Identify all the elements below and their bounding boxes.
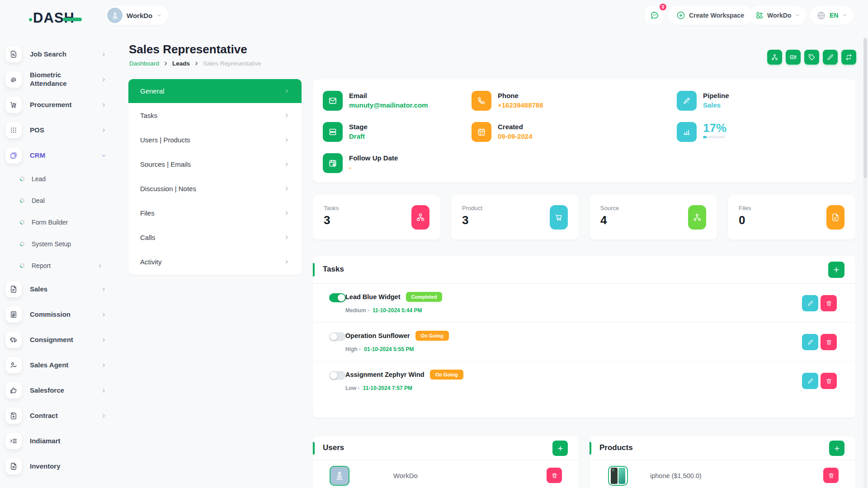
meeting-button[interactable] xyxy=(786,50,801,65)
sidebar-item-consignment[interactable]: Consignment xyxy=(5,327,119,352)
sidebar-subitem-deal[interactable]: Deal xyxy=(5,190,119,211)
sidebar-subitem-lead[interactable]: Lead xyxy=(5,168,119,190)
sitemap-icon xyxy=(771,53,778,61)
logo-dot xyxy=(29,18,32,21)
add-user-button[interactable] xyxy=(552,441,568,456)
edit-task-button[interactable] xyxy=(802,295,818,311)
labels-button[interactable] xyxy=(804,50,819,65)
tab-calls[interactable]: Calls xyxy=(128,225,302,249)
delete-user-button[interactable] xyxy=(547,468,562,483)
sidebar-item-procurement[interactable]: Procurement xyxy=(5,92,119,117)
dash-crm-app: DASH WorkDo 0 Create Workspace WorkDo xyxy=(0,0,868,488)
delete-product-button[interactable] xyxy=(823,468,839,483)
sidebar-item-commission[interactable]: Commission xyxy=(5,302,119,327)
sidebar-item-biometric-attendance[interactable]: Biometric Attendance xyxy=(5,67,119,92)
page-title: Sales Representative xyxy=(129,42,247,56)
tasks-section: Tasks Lead Blue Widget Completed Medium … xyxy=(313,256,855,418)
page-scrollbar[interactable] xyxy=(863,38,867,488)
messenger-button[interactable]: 0 xyxy=(645,6,664,25)
tab-sources-emails[interactable]: Sources | Emails xyxy=(128,152,302,176)
phone-label: Phone xyxy=(498,91,543,99)
add-product-button[interactable] xyxy=(829,441,844,456)
products-section-header: Products xyxy=(590,436,855,460)
chevron-down-icon xyxy=(842,13,847,18)
task-priority: Medium - xyxy=(345,307,369,314)
progress-bar-fill xyxy=(703,136,707,138)
sidebar-item-label: POS xyxy=(30,126,88,135)
bullet-ring-icon xyxy=(19,263,25,269)
pipeline-value: Sales xyxy=(703,101,729,109)
document-search-icon xyxy=(5,46,22,62)
cart-icon xyxy=(550,205,568,230)
inventory-document-icon xyxy=(5,458,22,474)
product-row: iphone ($1,500.0) xyxy=(590,460,855,488)
task-status-badge: On Going xyxy=(415,331,449,341)
phone-icon xyxy=(472,91,491,111)
sidebar-item-salesforce[interactable]: Salesforce xyxy=(5,378,119,403)
tab-users-products[interactable]: Users | Products xyxy=(128,127,302,152)
manage-users-button[interactable] xyxy=(767,50,782,65)
sidebar-item-sales[interactable]: Sales xyxy=(5,277,119,302)
delete-task-button[interactable] xyxy=(821,295,837,311)
products-section-title: Products xyxy=(599,443,633,452)
bar-chart-icon xyxy=(677,122,697,142)
edit-lead-button[interactable] xyxy=(823,50,838,65)
sidebar-item-label: Sales xyxy=(30,285,88,294)
sidebar-subitem-label: Deal xyxy=(32,197,45,204)
task-meta: Medium - 11-10-2024 5:44 PM xyxy=(345,307,422,314)
convert-lead-button[interactable] xyxy=(841,50,856,65)
tab-general[interactable]: General xyxy=(128,79,302,103)
chevron-right-icon xyxy=(284,210,290,216)
task-complete-toggle[interactable] xyxy=(329,371,346,380)
tab-label: Discussion | Notes xyxy=(140,185,196,192)
workspace-menu-dropdown[interactable]: WorkDo xyxy=(749,6,807,25)
task-row: Assignment Zephyr Wind On Going Low - 11… xyxy=(313,361,855,400)
tab-label: General xyxy=(140,87,164,95)
sidebar-subitem-system-setup[interactable]: System Setup xyxy=(5,233,119,255)
progress-bar xyxy=(703,136,725,138)
sidebar-item-label: Inventory xyxy=(30,462,88,471)
sidebar-item-contract[interactable]: Contract xyxy=(5,403,119,428)
language-selector[interactable]: EN xyxy=(810,6,854,25)
sidebar-item-crm[interactable]: CRM xyxy=(5,143,119,168)
edit-task-button[interactable] xyxy=(802,373,818,389)
bullet-ring-icon xyxy=(19,219,25,225)
edit-task-button[interactable] xyxy=(802,334,818,350)
chevron-right-icon xyxy=(284,161,290,167)
tab-files[interactable]: Files xyxy=(128,201,302,225)
chevron-down-icon xyxy=(101,153,107,159)
stat-label: Tasks xyxy=(324,205,339,211)
tab-discussion-notes[interactable]: Discussion | Notes xyxy=(128,176,302,201)
person-check-icon xyxy=(5,357,22,373)
task-complete-toggle[interactable] xyxy=(329,332,346,341)
delete-task-button[interactable] xyxy=(821,373,837,389)
task-name: Operation Sunflower xyxy=(345,332,410,339)
chevron-right-icon xyxy=(284,235,290,240)
add-task-button[interactable] xyxy=(828,262,844,278)
sidebar-item-job-search[interactable]: Job Search xyxy=(5,42,119,67)
stat-card-source: Source 4 xyxy=(590,195,717,239)
grid-plus-icon xyxy=(755,11,764,19)
sidebar-subitem-form-builder[interactable]: Form Builder xyxy=(5,211,119,233)
breadcrumb-leads-link[interactable]: Leads xyxy=(172,60,190,67)
tab-activity[interactable]: Activity xyxy=(128,249,302,274)
lead-general-info-card: Email munuty@mailinator.com Phone +16239… xyxy=(313,79,855,183)
sidebar-subitem-report[interactable]: Report xyxy=(5,255,119,277)
tab-tasks[interactable]: Tasks xyxy=(128,103,302,127)
delete-task-button[interactable] xyxy=(821,334,837,350)
breadcrumb-dashboard-link[interactable]: Dashboard xyxy=(129,60,159,67)
workspace-switcher[interactable]: WorkDo xyxy=(105,6,168,25)
task-row: Lead Blue Widget Completed Medium - 11-1… xyxy=(313,284,855,323)
lead-detail-tabs: General Tasks Users | Products Sources |… xyxy=(128,79,302,275)
create-workspace-button[interactable]: Create Workspace xyxy=(668,6,752,25)
task-complete-toggle[interactable] xyxy=(329,293,346,302)
sidebar-item-sales-agent[interactable]: Sales Agent xyxy=(5,352,119,378)
scrollbar-thumb[interactable] xyxy=(863,38,867,178)
sidebar-item-indiamart[interactable]: Indiamart xyxy=(5,428,119,454)
sitemap-icon xyxy=(411,205,429,230)
sidebar-item-label: Indiamart xyxy=(30,437,88,446)
sidebar-item-pos[interactable]: POS xyxy=(5,117,119,143)
tab-label: Tasks xyxy=(140,112,157,119)
video-plus-icon xyxy=(789,53,797,61)
sidebar-item-inventory[interactable]: Inventory xyxy=(5,454,119,479)
